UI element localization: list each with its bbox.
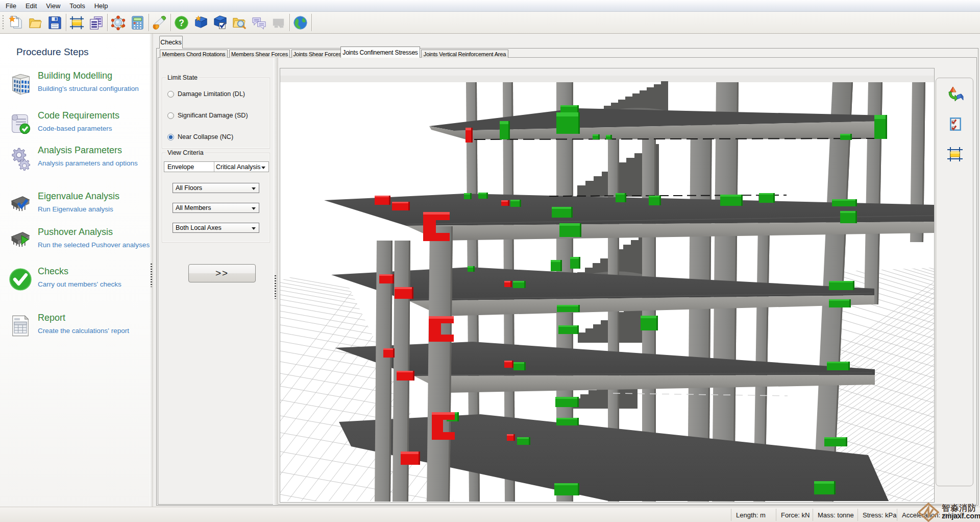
sidebar-item-title: Analysis Parameters [38, 145, 138, 156]
radio-circle [167, 134, 174, 140]
axes-dropdown[interactable]: Both Local Axes [173, 223, 259, 233]
toolbar-separator [170, 14, 171, 31]
tab-label: Members Shear Forces [231, 51, 288, 57]
status-unit-3: Stress: kPa [857, 509, 897, 521]
view-tools-panel [936, 78, 973, 486]
expand-results-button[interactable]: >> [188, 264, 256, 282]
radio-near-collapse[interactable]: Near Collapse (NC) [167, 133, 233, 140]
status-unit-1: Force: kN [776, 509, 813, 521]
envelope-analysis-control: Envelope Critical Analysis [164, 161, 269, 172]
toolbar-report-documentbutton[interactable] [87, 13, 106, 32]
splitter-grip-dots [275, 275, 276, 299]
search-folder-icon [232, 15, 248, 31]
toolbar-forumbutton[interactable] [250, 13, 269, 32]
sidebar-splitter[interactable] [150, 34, 153, 507]
tab-label: Members Chord Rotations [162, 51, 226, 57]
model-viewport [280, 68, 935, 503]
chevron-down-icon [252, 187, 256, 190]
tab-members-chord-rotations[interactable]: Members Chord Rotations [160, 50, 228, 58]
sidebar-item-subtitle: Run the selected Pushover analyses [38, 241, 150, 249]
sidebar-item-analysis-parameters[interactable]: Analysis Parameters Analysis parameters … [7, 145, 146, 177]
website-icon [292, 15, 309, 31]
building-icon [8, 72, 33, 98]
sidebar-item-subtitle: Carry out members' checks [38, 280, 121, 288]
sidebar-item-title: Checks [38, 266, 121, 277]
chevron-down-icon [252, 207, 256, 210]
watermark: 智淼消防 zmjaxf.com [916, 503, 980, 522]
floors-dropdown[interactable]: All Floors [173, 183, 259, 193]
toolbar-separator [66, 14, 66, 31]
critical-analysis-dropdown[interactable]: Critical Analysis [214, 162, 268, 172]
toolbar-supportbutton[interactable] [269, 13, 288, 32]
menu-edit[interactable]: Edit [21, 1, 41, 11]
sidebar-item-subtitle: Code-based parameters [38, 125, 119, 132]
view-section-button[interactable] [945, 145, 965, 165]
view-orientation-button[interactable] [945, 85, 965, 105]
tab-checks[interactable]: Checks [159, 36, 183, 49]
sidebar-item-code-requirements[interactable]: Code Requirements Code-based parameters [7, 110, 146, 142]
model-3d-view-icon [110, 15, 127, 31]
joints-confinement-pane: Limit State Damage Limitation (DL) Signi… [158, 57, 977, 505]
sidebar-item-subtitle: Building's structural configuration [38, 85, 139, 92]
view-checks-button[interactable] [945, 115, 965, 135]
members-dropdown[interactable]: All Members [173, 203, 259, 213]
radio-circle [167, 91, 174, 98]
toolbar-open-projectbutton[interactable] [26, 13, 45, 32]
tab-label: Joints Vertical Reinforcement Area [424, 51, 506, 57]
green-check-icon [8, 267, 33, 294]
watermark-text-url: zmjaxf.com [942, 512, 980, 520]
tab-label: Checks [160, 39, 182, 46]
tab-label: Joints Confinement Stresses [342, 49, 418, 56]
calculator-icon [130, 15, 146, 31]
envelope-field[interactable]: Envelope [164, 162, 214, 172]
toolbar-helpbutton[interactable]: ? [172, 13, 191, 32]
help-icon: ? [174, 15, 190, 31]
status-unit-2: Mass: tonne [813, 509, 857, 521]
toolbar-user-manualbutton[interactable] [191, 13, 211, 32]
splitter-grip-dots [151, 264, 152, 287]
dropdown-value: All Members [176, 204, 211, 211]
limit-state-label: Limit State [166, 74, 199, 81]
toolbar-calculatorbutton[interactable] [128, 13, 148, 32]
controls-splitter[interactable] [273, 58, 278, 505]
tab-joints-confinement-stresses[interactable]: Joints Confinement Stresses [340, 46, 420, 58]
sidebar-item-subtitle: Create the calculations' report [38, 327, 129, 335]
status-cell-text: Mass: tonne [818, 511, 854, 519]
sidebar-item-building-modelling[interactable]: Building Modelling Building's structural… [7, 70, 146, 102]
view-criteria-label: View Criteria [166, 149, 205, 156]
toolbar-model-3d-viewbutton[interactable] [109, 13, 128, 32]
status-bar: Length: mForce: kNMass: tonneStress: kPa… [0, 507, 980, 522]
member-section-icon [69, 15, 85, 31]
toolbar-separator [149, 14, 149, 31]
status-cell-text: Length: m [736, 511, 766, 519]
toolbar-grip[interactable] [2, 15, 5, 30]
toolbar: ? [0, 12, 980, 34]
sidebar-item-title: Pushover Analysis [38, 227, 150, 238]
toolbar-search-folderbutton[interactable] [230, 13, 250, 32]
tab-members-shear-forces[interactable]: Members Shear Forces [229, 50, 290, 58]
toolbar-websitebutton[interactable] [291, 13, 310, 32]
sidebar-item-checks[interactable]: Checks Carry out members' checks [7, 266, 146, 298]
tab-joints-shear-forces[interactable]: Joints Shear Forces [291, 50, 343, 58]
toolbar-save-projectbutton[interactable] [45, 13, 65, 32]
toolbar-display-optionsbutton[interactable] [150, 13, 169, 32]
sidebar-item-report[interactable]: Report Create the calculations' report [7, 313, 146, 344]
tab-joints-vertical-reinforcement-area[interactable]: Joints Vertical Reinforcement Area [421, 50, 508, 58]
radio-circle [167, 112, 174, 119]
structure-3d-canvas[interactable] [280, 68, 934, 502]
radio-significant-damage[interactable]: Significant Damage (SD) [167, 112, 248, 119]
menu-file[interactable]: File [1, 1, 21, 11]
radio-damage-limitation[interactable]: Damage Limitation (DL) [167, 90, 245, 98]
menu-help[interactable]: Help [90, 1, 113, 11]
toolbar-member-sectionbutton[interactable] [67, 13, 87, 32]
report-page-icon [8, 314, 33, 340]
menu-tools[interactable]: Tools [65, 1, 89, 11]
menu-view[interactable]: View [41, 1, 65, 11]
chip-check-icon [8, 192, 33, 219]
toolbar-verification-reportbutton[interactable] [211, 13, 230, 32]
chevron-down-icon [252, 227, 256, 230]
sidebar-item-eigenvalue-analysis[interactable]: Eigenvalue Analysis Run Eigenvalue analy… [7, 191, 146, 223]
toolbar-new-projectbutton[interactable] [7, 13, 26, 32]
sidebar-item-pushover-analysis[interactable]: Pushover Analysis Run the selected Pusho… [7, 227, 146, 258]
status-cell-text: Stress: kPa [863, 511, 896, 519]
